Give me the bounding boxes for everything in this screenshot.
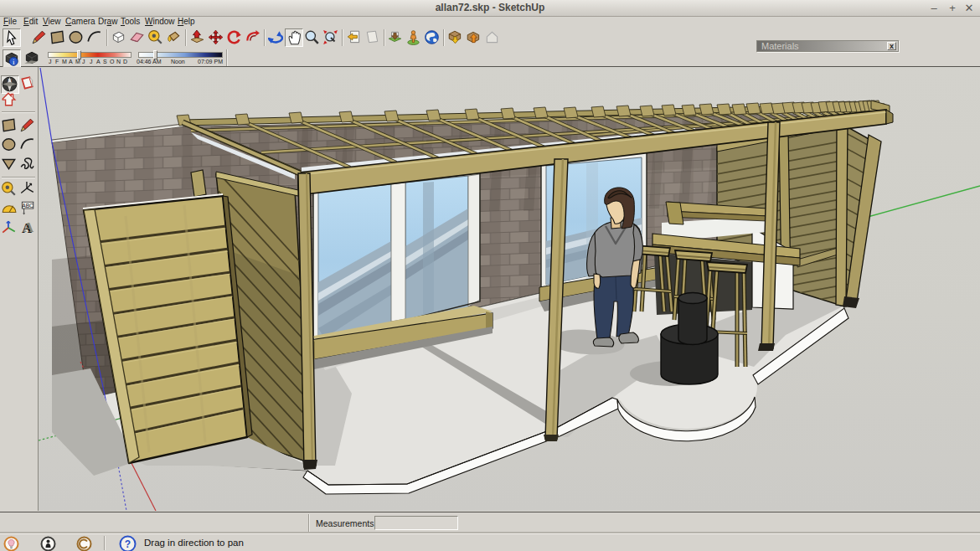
svg-text:ABC: ABC <box>22 203 34 209</box>
svg-text:A: A <box>23 219 34 235</box>
svg-text:?: ? <box>125 538 131 550</box>
svg-text:N: N <box>8 78 12 83</box>
